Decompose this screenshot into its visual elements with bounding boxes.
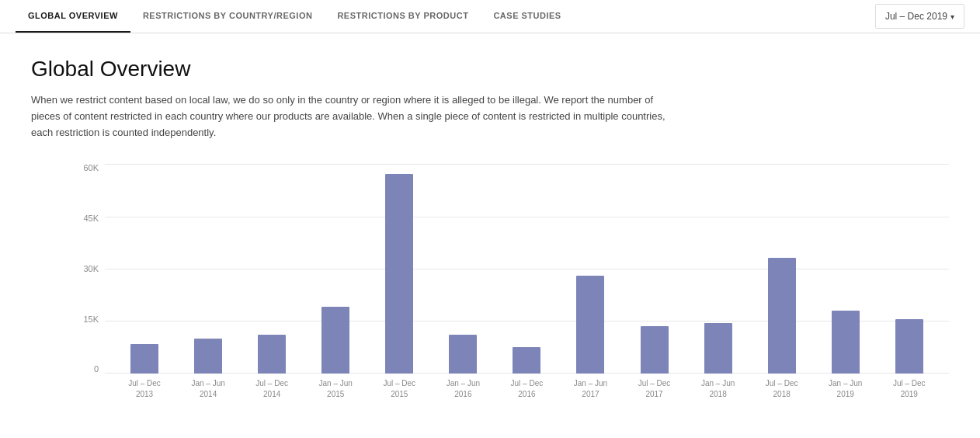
x-axis-label: Jul – Dec2016 [503,378,550,400]
x-axis-label: Jul – Dec2017 [631,378,678,400]
bar [576,276,604,374]
period-selector[interactable]: Jul – Dec 2019 ▾ [875,4,964,29]
bar [513,347,540,374]
x-axis-label: Jan – Jun2016 [440,378,486,400]
chart-inner [105,164,949,374]
bar [768,258,796,374]
chart-container: 015K30K45K60K Jul – Dec2013Jan – Jun2014… [31,164,949,438]
x-axis-label: Jul – Dec2015 [376,378,422,400]
tab-global-overview[interactable]: GLOBAL OVERVIEW [16,0,130,33]
y-axis-label: 60K [70,164,105,172]
bar [130,344,158,374]
bar [641,326,669,374]
bar [321,307,349,374]
bar [832,311,860,374]
bar-group [631,326,678,374]
bar-group [440,335,486,374]
main-content: Global Overview When we restrict content… [0,33,980,438]
bar-group [886,319,933,374]
chart-area: 015K30K45K60K [70,164,949,374]
bar [258,335,286,374]
x-axis-label: Jan – Jun2019 [822,378,869,400]
bar-group [312,307,359,374]
bar [385,174,413,374]
x-axis-label: Jul – Dec2018 [759,378,805,400]
bar-group [376,174,422,374]
bar [449,335,477,374]
bar-group [822,311,869,374]
x-axis-label: Jan – Jun2018 [695,378,742,400]
bar-group [695,323,742,374]
tab-restrictions-product[interactable]: RESTRICTIONS BY PRODUCT [325,0,481,33]
y-axis-label: 45K [70,214,105,223]
y-axis-label: 0 [70,365,105,374]
x-axis-label: Jul – Dec2019 [886,378,933,400]
bars-row [105,164,949,374]
bar-group [503,347,550,374]
bar-group [248,335,295,374]
x-axis-label: Jul – Dec2014 [248,378,295,400]
tab-restrictions-country[interactable]: RESTRICTIONS BY COUNTRY/REGION [130,0,325,33]
x-axis-label: Jan – Jun2014 [185,378,231,400]
x-axis-label: Jul – Dec2013 [121,378,168,400]
y-axis-label: 30K [70,265,105,273]
x-axis-labels: Jul – Dec2013Jan – Jun2014Jul – Dec2014J… [105,374,949,400]
y-axis-label: 15K [70,315,105,324]
x-axis-label: Jan – Jun2017 [567,378,613,400]
bar [704,323,732,374]
y-axis: 015K30K45K60K [70,164,105,374]
bar-group [567,276,613,374]
page-title: Global Overview [31,57,949,82]
page-description: When we restrict content based on local … [31,92,668,141]
bar [194,339,222,374]
nav-tabs: GLOBAL OVERVIEW RESTRICTIONS BY COUNTRY/… [16,0,574,33]
period-label: Jul – Dec 2019 [885,11,947,22]
bar-group [121,344,168,374]
navigation-bar: GLOBAL OVERVIEW RESTRICTIONS BY COUNTRY/… [0,0,980,33]
bar-group [185,339,231,374]
chevron-down-icon: ▾ [950,12,954,21]
tab-case-studies[interactable]: CASE STUDIES [481,0,573,33]
bar [895,319,923,374]
x-axis-label: Jan – Jun2015 [312,378,359,400]
bar-group [759,258,805,374]
